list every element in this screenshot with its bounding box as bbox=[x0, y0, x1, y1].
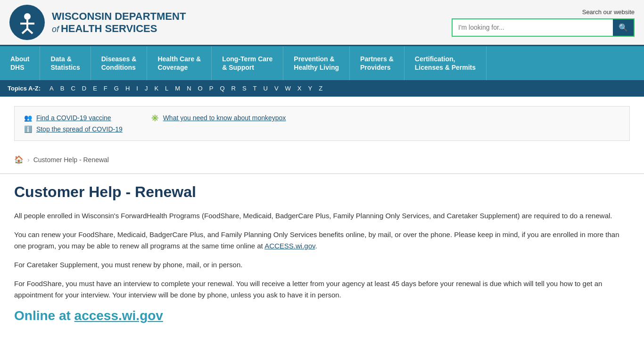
nav-data[interactable]: Data &Statistics bbox=[40, 46, 91, 80]
topic-r[interactable]: R bbox=[228, 84, 239, 93]
alert-monkeypox: ✳️ What you need to know about monkeypox bbox=[151, 114, 286, 122]
topic-q[interactable]: Q bbox=[216, 84, 228, 93]
topic-n[interactable]: N bbox=[183, 84, 194, 93]
para-2: You can renew your FoodShare, Medicaid, … bbox=[14, 229, 630, 252]
monkeypox-link[interactable]: What you need to know about monkeypox bbox=[163, 114, 286, 122]
topic-l[interactable]: L bbox=[162, 84, 172, 93]
nav-healthcare[interactable]: Health Care &Coverage bbox=[147, 46, 212, 80]
online-heading-text: Online at bbox=[14, 308, 74, 323]
topic-s[interactable]: S bbox=[239, 84, 250, 93]
nav-certification[interactable]: Certification,Licenses & Permits bbox=[405, 46, 487, 80]
breadcrumb-home[interactable]: 🏠 bbox=[14, 155, 24, 164]
online-heading: Online at access.wi.gov bbox=[14, 308, 630, 323]
breadcrumb-current: Customer Help - Renewal bbox=[33, 156, 109, 164]
topic-d[interactable]: D bbox=[79, 84, 90, 93]
search-area: Search our website 🔍 bbox=[452, 8, 635, 37]
nav-diseases[interactable]: Diseases &Conditions bbox=[91, 46, 148, 80]
topic-x[interactable]: X bbox=[294, 84, 305, 93]
alert-bar: 👥 Find a COVID-19 vaccine ℹ️ Stop the sp… bbox=[14, 106, 630, 141]
logo-icon bbox=[9, 5, 45, 40]
search-box: 🔍 bbox=[452, 18, 635, 37]
logo-area: WISCONSIN DEPARTMENT of HEALTH SERVICES bbox=[9, 5, 186, 40]
access-link-2[interactable]: access.wi.gov bbox=[74, 308, 163, 323]
para-3: For Caretaker Supplement, you must renew… bbox=[14, 259, 630, 271]
topics-bar: Topics A-Z: A B C D E F G H I J K L M N … bbox=[0, 80, 644, 97]
svg-line-3 bbox=[22, 29, 27, 33]
nav-about[interactable]: AboutDHS bbox=[0, 46, 40, 80]
covid-vaccine-link[interactable]: Find a COVID-19 vaccine bbox=[36, 114, 111, 122]
alert-covid-vaccine: 👥 Find a COVID-19 vaccine bbox=[24, 114, 123, 122]
topic-z[interactable]: Z bbox=[315, 84, 326, 93]
search-input[interactable] bbox=[453, 20, 613, 35]
alert-right: ✳️ What you need to know about monkeypox bbox=[151, 114, 286, 133]
org-of: of bbox=[52, 25, 59, 34]
nav-longterm[interactable]: Long-Term Care& Support bbox=[212, 46, 283, 80]
main-content: Customer Help - Renewal All people enrol… bbox=[0, 174, 644, 347]
covid-vaccine-icon: 👥 bbox=[24, 114, 32, 122]
breadcrumb-wrapper: 🏠 › Customer Help - Renewal bbox=[0, 150, 644, 174]
topic-u[interactable]: U bbox=[260, 84, 271, 93]
topic-a[interactable]: A bbox=[46, 84, 57, 93]
page-header: WISCONSIN DEPARTMENT of HEALTH SERVICES … bbox=[0, 0, 644, 46]
breadcrumb-separator: › bbox=[27, 156, 30, 164]
search-button[interactable]: 🔍 bbox=[613, 19, 634, 36]
monkeypox-icon: ✳️ bbox=[151, 114, 159, 122]
topic-h[interactable]: H bbox=[122, 84, 133, 93]
topics-label: Topics A-Z: bbox=[8, 85, 41, 92]
topic-g[interactable]: G bbox=[111, 84, 122, 93]
topic-p[interactable]: P bbox=[206, 84, 217, 93]
topic-w[interactable]: W bbox=[282, 84, 294, 93]
topic-j[interactable]: J bbox=[141, 84, 151, 93]
topic-e[interactable]: E bbox=[90, 84, 100, 93]
covid-stop-icon: ℹ️ bbox=[24, 125, 32, 133]
breadcrumb: 🏠 › Customer Help - Renewal bbox=[0, 150, 644, 169]
covid-stop-link[interactable]: Stop the spread of COVID-19 bbox=[36, 125, 123, 133]
org-name: WISCONSIN DEPARTMENT of HEALTH SERVICES bbox=[52, 10, 186, 35]
org-line2: HEALTH SERVICES bbox=[61, 23, 157, 34]
topic-f[interactable]: F bbox=[100, 84, 111, 93]
topic-c[interactable]: C bbox=[67, 84, 78, 93]
access-link-1[interactable]: ACCESS.wi.gov bbox=[264, 242, 315, 250]
topic-b[interactable]: B bbox=[57, 84, 68, 93]
alert-left: 👥 Find a COVID-19 vaccine ℹ️ Stop the sp… bbox=[24, 114, 123, 133]
search-label: Search our website bbox=[582, 8, 635, 16]
topic-t[interactable]: T bbox=[250, 84, 260, 93]
svg-point-0 bbox=[24, 13, 31, 20]
home-icon: 🏠 bbox=[14, 156, 24, 164]
alert-covid-stop: ℹ️ Stop the spread of COVID-19 bbox=[24, 125, 123, 133]
topic-i[interactable]: I bbox=[133, 84, 141, 93]
para-4: For FoodShare, you must have an intervie… bbox=[14, 278, 630, 301]
para-1: All people enrolled in Wisconsin's Forwa… bbox=[14, 210, 630, 222]
topic-k[interactable]: K bbox=[151, 84, 162, 93]
org-line1: WISCONSIN DEPARTMENT bbox=[52, 10, 186, 23]
page-title: Customer Help - Renewal bbox=[14, 183, 630, 201]
topic-v[interactable]: V bbox=[271, 84, 282, 93]
nav-prevention[interactable]: Prevention &Healthy Living bbox=[283, 46, 350, 80]
topic-y[interactable]: Y bbox=[305, 84, 316, 93]
main-nav: AboutDHS Data &Statistics Diseases &Cond… bbox=[0, 46, 644, 80]
nav-partners[interactable]: Partners &Providers bbox=[350, 46, 405, 80]
topic-m[interactable]: M bbox=[172, 84, 183, 93]
svg-line-4 bbox=[27, 29, 33, 33]
topic-o[interactable]: O bbox=[195, 84, 206, 93]
